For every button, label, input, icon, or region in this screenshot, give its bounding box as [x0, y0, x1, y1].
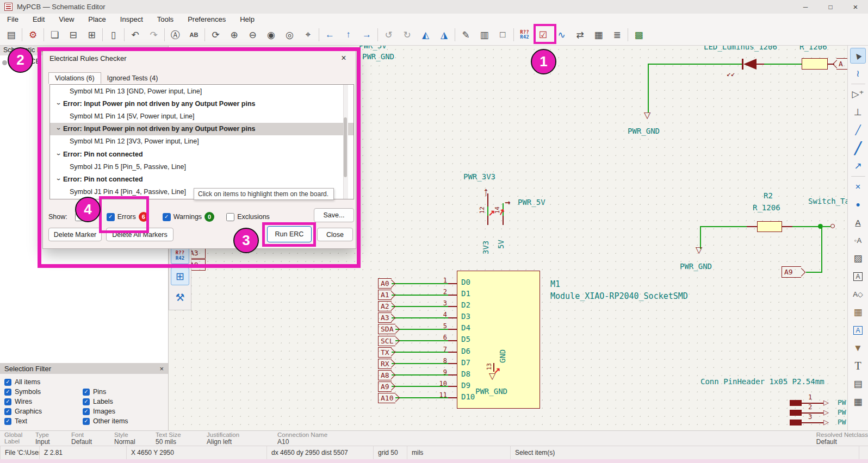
connector-net-label[interactable]: PW [838, 418, 846, 426]
annotate-icon[interactable]: R?? [517, 27, 532, 43]
text-box-icon[interactable]: ▤ [850, 376, 866, 392]
bus-icon[interactable]: ╱ [850, 140, 866, 156]
undo-icon[interactable]: ↶ [127, 27, 143, 43]
assign-footprints-icon[interactable]: ⇄ [572, 27, 588, 43]
gnd-power-symbol[interactable]: ▽ [489, 372, 495, 380]
checkbox[interactable] [4, 418, 11, 425]
global-label[interactable]: TX [378, 347, 392, 358]
wire[interactable] [648, 64, 743, 65]
violation-row[interactable]: Symbol M1 Pin 14 [5V, Power input, Line] [50, 110, 354, 122]
place-power-icon[interactable]: ⊥ [850, 104, 866, 120]
net-label-pwr5v[interactable]: PWR_5V [518, 198, 545, 207]
module-ref[interactable]: M1 [550, 279, 560, 289]
net-label-pwrgnd-r2[interactable]: PWR_GND [680, 262, 712, 271]
bom-icon[interactable]: ≣ [609, 27, 625, 43]
wire[interactable] [392, 283, 448, 284]
net-label-pwrgnd-top[interactable]: PWR_GND [362, 52, 394, 61]
checkbox[interactable] [4, 398, 11, 405]
checkbox[interactable] [107, 213, 115, 221]
global-label[interactable]: A3 [378, 312, 392, 323]
filter-item[interactable]: Text [4, 416, 83, 426]
rotate-cw-icon[interactable]: ↻ [399, 27, 415, 43]
r2-ref[interactable]: R2 [764, 191, 773, 200]
chevron-down-icon[interactable] [54, 100, 63, 108]
global-label-a9[interactable]: A9 [782, 266, 801, 278]
checkbox[interactable] [4, 389, 11, 396]
chevron-down-icon[interactable] [54, 176, 63, 183]
wire[interactable] [392, 295, 448, 296]
gnd-power-symbol[interactable]: ▽ [696, 246, 702, 254]
wire[interactable] [700, 226, 747, 227]
wire[interactable] [764, 64, 802, 65]
cursor-icon[interactable]: ▲ [850, 48, 866, 64]
table-icon[interactable]: ▦ [850, 394, 866, 410]
violations-list[interactable]: Symbol M1 Pin 13 [GND, Power input, Line… [49, 84, 354, 199]
checkbox[interactable] [226, 213, 234, 221]
filter-item[interactable]: Pins [83, 387, 164, 397]
symbol-fields-table-icon[interactable]: ▦ [591, 27, 606, 43]
switch-name[interactable]: Switch_Ta [808, 197, 850, 205]
separator[interactable] [455, 28, 455, 41]
violation-row[interactable]: Symbol J1 Pin 5 [Pin_5, Passive, Line] [50, 160, 354, 173]
wire[interactable] [392, 374, 448, 376]
mirror-v-icon[interactable]: ◭ [418, 27, 433, 43]
filter-item[interactable]: Labels [83, 397, 164, 406]
checkbox[interactable] [83, 418, 90, 425]
separator[interactable] [319, 28, 319, 41]
scrollbar-thumb[interactable] [344, 117, 347, 177]
filter-errors[interactable]: Errors 6 [107, 212, 148, 222]
violation-row[interactable]: Error: Input Power pin not driven by any… [50, 97, 354, 110]
separator[interactable] [628, 28, 628, 41]
filter-item[interactable]: Other items [83, 416, 164, 426]
global-label-icon[interactable]: A [850, 268, 866, 284]
scrollbar[interactable] [343, 85, 348, 199]
global-label[interactable]: SDA [378, 324, 395, 334]
wire[interactable] [395, 329, 448, 330]
wire[interactable] [395, 340, 448, 341]
separator[interactable] [377, 28, 378, 41]
wire[interactable] [392, 352, 448, 353]
filter-item[interactable]: Symbols [4, 387, 83, 397]
save-icon[interactable]: ▤ [3, 27, 19, 43]
resistor-symbol[interactable] [802, 58, 828, 70]
net-label-pwrgnd-module[interactable]: PWR_GND [475, 387, 507, 396]
global-label[interactable]: A1 [378, 290, 392, 300]
delete-all-markers-button[interactable]: Delete All Markers [106, 228, 173, 241]
wire[interactable] [792, 226, 820, 227]
library-browser-icon[interactable]: ▥ [476, 27, 492, 43]
menu-item[interactable]: Inspect [113, 15, 150, 23]
footprint-editor-icon[interactable]: □ [495, 27, 511, 43]
find-icon[interactable]: Ⓐ [168, 27, 183, 43]
nav-forward-icon[interactable]: → [359, 27, 375, 43]
sheet-pin-icon[interactable]: ▼ [850, 340, 866, 356]
checkbox[interactable] [83, 398, 90, 405]
separator[interactable] [204, 28, 205, 41]
close-button[interactable]: × [843, 0, 868, 14]
zoom-in-icon[interactable]: ⊕ [226, 27, 242, 43]
separator[interactable] [22, 28, 22, 41]
global-label[interactable]: A0 [378, 278, 392, 289]
zoom-page-icon[interactable]: ◎ [282, 27, 297, 43]
global-label[interactable]: A8 [378, 370, 392, 380]
junction-icon[interactable]: • [850, 197, 866, 212]
wire[interactable] [823, 226, 830, 227]
r2-value[interactable]: R_1206 [753, 203, 780, 212]
tab-violations[interactable]: Violations (6) [48, 72, 101, 84]
no-connect-icon[interactable]: × [850, 179, 866, 195]
chevron-down-icon[interactable] [54, 151, 63, 158]
rotate-ccw-icon[interactable]: ↺ [381, 27, 396, 43]
separator[interactable] [851, 84, 865, 84]
close-icon[interactable]: × [159, 365, 164, 373]
global-label[interactable]: A9 [378, 381, 392, 392]
symbol-editor-icon[interactable]: ✎ [458, 27, 474, 43]
filter-item[interactable]: Images [83, 406, 164, 416]
menu-item[interactable]: Help [233, 15, 262, 23]
wire[interactable] [392, 306, 448, 307]
global-label[interactable]: RX [378, 359, 392, 369]
checkbox[interactable] [83, 408, 90, 415]
directive-label-icon[interactable]: ◦A [850, 233, 866, 248]
nav-up-icon[interactable]: ↑ [340, 27, 356, 43]
text-icon[interactable]: T [850, 358, 866, 374]
rule-area-icon[interactable]: ▨ [850, 251, 866, 266]
schematic-setup-icon[interactable]: ⚙ [25, 27, 41, 43]
